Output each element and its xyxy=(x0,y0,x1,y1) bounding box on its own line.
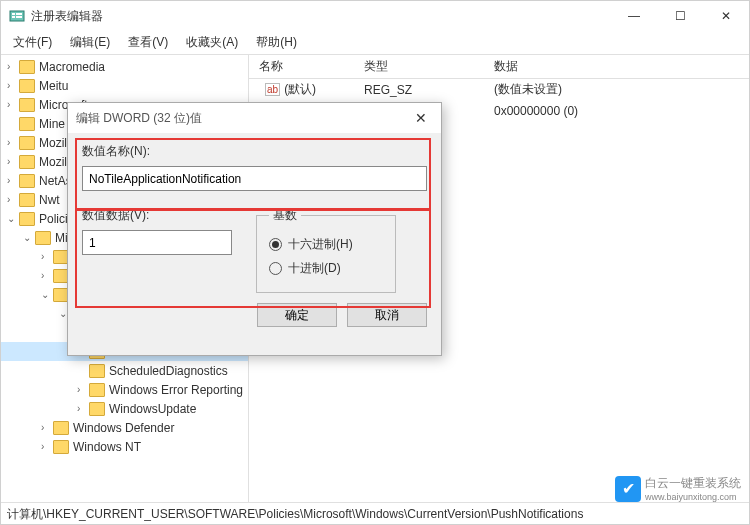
svg-rect-4 xyxy=(16,16,22,18)
close-button[interactable]: ✕ xyxy=(703,1,749,31)
folder-icon xyxy=(35,231,51,245)
folder-icon xyxy=(89,364,105,378)
menu-edit[interactable]: 编辑(E) xyxy=(62,31,118,54)
list-header: 名称 类型 数据 xyxy=(249,55,749,79)
tree-toggle-icon[interactable]: ⌄ xyxy=(41,289,53,300)
col-data[interactable]: 数据 xyxy=(494,58,749,75)
tree-toggle-icon[interactable]: › xyxy=(77,403,89,414)
tree-toggle-icon[interactable]: › xyxy=(41,441,53,452)
value-data-label: 数值数据(V): xyxy=(82,207,232,224)
regedit-icon xyxy=(9,8,25,24)
radio-dec-input[interactable] xyxy=(269,262,282,275)
tree-item-label: Mine xyxy=(39,117,65,131)
menu-favorites[interactable]: 收藏夹(A) xyxy=(178,31,246,54)
tree-item[interactable]: ›Windows Defender xyxy=(1,418,248,437)
watermark-brand: 白云一键重装系统 xyxy=(645,475,741,492)
value-data: 0x00000000 (0) xyxy=(494,104,749,118)
tree-toggle-icon[interactable]: › xyxy=(41,270,53,281)
list-row[interactable]: ab(默认)REG_SZ(数值未设置) xyxy=(249,79,749,100)
tree-toggle-icon[interactable]: › xyxy=(41,251,53,262)
value-type: REG_SZ xyxy=(364,83,494,97)
folder-icon xyxy=(89,402,105,416)
tree-item-label: ScheduledDiagnostics xyxy=(109,364,228,378)
tree-item[interactable]: ›Windows Error Reporting xyxy=(1,380,248,399)
svg-rect-2 xyxy=(12,16,15,18)
value-data-input[interactable] xyxy=(82,230,232,255)
watermark-url: www.baiyunxitong.com xyxy=(645,492,741,502)
statusbar: 计算机\HKEY_CURRENT_USER\SOFTWARE\Policies\… xyxy=(1,502,749,524)
folder-icon xyxy=(53,440,69,454)
folder-icon xyxy=(19,212,35,226)
value-name-input[interactable] xyxy=(82,166,427,191)
col-type[interactable]: 类型 xyxy=(364,58,494,75)
tree-item[interactable]: ›Macromedia xyxy=(1,57,248,76)
titlebar: 注册表编辑器 — ☐ ✕ xyxy=(1,1,749,31)
tree-item[interactable]: ›Windows NT xyxy=(1,437,248,456)
tree-toggle-icon[interactable]: › xyxy=(7,156,19,167)
tree-toggle-icon[interactable]: › xyxy=(7,61,19,72)
minimize-button[interactable]: — xyxy=(611,1,657,31)
string-value-icon: ab xyxy=(265,83,280,96)
value-name-label: 数值名称(N): xyxy=(82,143,427,160)
dialog-close-button[interactable]: ✕ xyxy=(409,110,433,126)
folder-icon xyxy=(19,174,35,188)
tree-item[interactable]: ›WindowsUpdate xyxy=(1,399,248,418)
menu-help[interactable]: 帮助(H) xyxy=(248,31,305,54)
tree-toggle-icon[interactable]: › xyxy=(7,99,19,110)
cancel-button[interactable]: 取消 xyxy=(347,303,427,327)
dialog-titlebar[interactable]: 编辑 DWORD (32 位)值 ✕ xyxy=(68,103,441,133)
menu-file[interactable]: 文件(F) xyxy=(5,31,60,54)
tree-toggle-icon[interactable]: › xyxy=(41,422,53,433)
radio-hex-input[interactable] xyxy=(269,238,282,251)
value-name: (默认) xyxy=(284,82,316,96)
svg-rect-1 xyxy=(12,13,15,15)
folder-icon xyxy=(53,421,69,435)
col-name[interactable]: 名称 xyxy=(249,58,364,75)
ok-button[interactable]: 确定 xyxy=(257,303,337,327)
tree-toggle-icon[interactable]: › xyxy=(7,175,19,186)
tree-item-label: Macromedia xyxy=(39,60,105,74)
tree-toggle-icon[interactable]: › xyxy=(7,80,19,91)
tree-item-label: WindowsUpdate xyxy=(109,402,196,416)
folder-icon xyxy=(19,98,35,112)
folder-icon xyxy=(19,155,35,169)
watermark-icon: ✔ xyxy=(615,476,641,502)
tree-item-label: Windows Defender xyxy=(73,421,174,435)
base-legend: 基数 xyxy=(269,207,301,224)
folder-icon xyxy=(19,60,35,74)
folder-icon xyxy=(19,79,35,93)
base-fieldset: 基数 十六进制(H) 十进制(D) xyxy=(256,207,396,293)
folder-icon xyxy=(19,117,35,131)
watermark: ✔ 白云一键重装系统 www.baiyunxitong.com xyxy=(615,475,741,502)
tree-toggle-icon[interactable]: › xyxy=(7,137,19,148)
menubar: 文件(F) 编辑(E) 查看(V) 收藏夹(A) 帮助(H) xyxy=(1,31,749,55)
menu-view[interactable]: 查看(V) xyxy=(120,31,176,54)
window-title: 注册表编辑器 xyxy=(31,8,611,25)
tree-toggle-icon[interactable]: › xyxy=(77,384,89,395)
tree-toggle-icon[interactable]: › xyxy=(7,194,19,205)
dialog-title: 编辑 DWORD (32 位)值 xyxy=(76,110,202,127)
tree-toggle-icon[interactable]: ⌄ xyxy=(23,232,35,243)
radio-hex[interactable]: 十六进制(H) xyxy=(269,232,383,256)
tree-item-label: Windows Error Reporting xyxy=(109,383,243,397)
tree-item[interactable]: ScheduledDiagnostics xyxy=(1,361,248,380)
folder-icon xyxy=(19,193,35,207)
svg-rect-3 xyxy=(16,13,22,15)
tree-item-label: Nwt xyxy=(39,193,60,207)
radio-dec[interactable]: 十进制(D) xyxy=(269,256,383,280)
tree-toggle-icon[interactable]: ⌄ xyxy=(7,213,19,224)
tree-item-label: Windows NT xyxy=(73,440,141,454)
edit-dword-dialog: 编辑 DWORD (32 位)值 ✕ 数值名称(N): 数值数据(V): 基数 … xyxy=(67,102,442,356)
folder-icon xyxy=(89,383,105,397)
maximize-button[interactable]: ☐ xyxy=(657,1,703,31)
tree-item[interactable]: ›Meitu xyxy=(1,76,248,95)
folder-icon xyxy=(19,136,35,150)
tree-item-label: Meitu xyxy=(39,79,68,93)
value-data: (数值未设置) xyxy=(494,81,749,98)
